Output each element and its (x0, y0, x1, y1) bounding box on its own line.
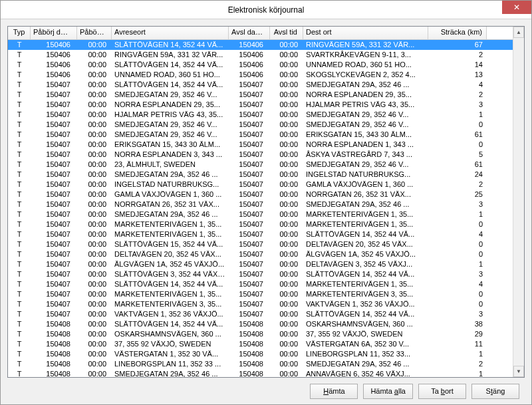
cell-pt: 00:00 (77, 269, 112, 279)
cell-str: 1 (428, 369, 487, 377)
cell-typ: T (8, 299, 31, 309)
cell-str: 0 (428, 249, 487, 259)
table-row[interactable]: T15040700:00NORRA ESPLANADEN 3, 343 ...1… (8, 150, 513, 160)
cell-pd: 150407 (31, 110, 77, 120)
table-row[interactable]: T15040800:00VÄSTERGATAN 1, 352 30 VÄ...1… (8, 349, 513, 359)
cell-pt: 00:00 (77, 249, 112, 259)
cell-avr: MARKETENTERIVÄGEN 1, 35... (112, 219, 229, 229)
table-row[interactable]: T15040600:00UNNAMED ROAD, 360 51 HO...15… (8, 70, 513, 80)
cell-at: 00:00 (270, 140, 303, 150)
cell-pd: 150406 (31, 50, 77, 60)
cell-typ: T (8, 80, 31, 90)
table-row[interactable]: T15040600:00SLÄTTÖVÄGEN 14, 352 44 VÄ...… (8, 60, 513, 70)
table-row[interactable]: T15040700:00NORRA ESPLANADEN 29, 35...15… (8, 100, 513, 110)
cell-str: 3 (428, 200, 487, 209)
col-avsltid[interactable]: Avsl tid (270, 27, 303, 39)
cell-at: 00:00 (270, 160, 303, 170)
table-row[interactable]: T15040700:00MARKETENTERIVÄGEN 1, 35...15… (8, 289, 513, 299)
table-row[interactable]: T15040700:00ÄLGVÄGEN 1A, 352 45 VÄXJÖ...… (8, 259, 513, 269)
table-row[interactable]: T15040700:00SLÄTTÖVÄGEN 3, 352 44 VÄXJ..… (8, 269, 513, 279)
cell-dest: OSKARSHAMNSVÄGEN, 360 ... (303, 319, 428, 329)
cell-str: 4 (428, 229, 487, 239)
cell-str: 2 (428, 359, 487, 369)
cell-str: 2 (428, 90, 487, 100)
col-stracka[interactable]: Sträcka (km) (428, 27, 487, 39)
cell-str: 0 (428, 140, 487, 150)
col-avreseort[interactable]: Avreseort (112, 27, 229, 39)
col-typ[interactable]: Typ (8, 27, 31, 39)
table-row[interactable]: T15040800:00LINEBORGSPLAN 11, 352 33 ...… (8, 359, 513, 369)
cell-typ: T (8, 229, 31, 239)
table-row[interactable]: T15040700:00DELTAVÄGEN 20, 352 45 VÄX...… (8, 249, 513, 259)
cell-pd: 150407 (31, 170, 77, 180)
cell-ad: 150408 (229, 359, 270, 369)
hamta-alla-button[interactable]: Hämta alla (363, 384, 413, 399)
cell-pd: 150406 (31, 70, 77, 80)
cell-str: 3 (428, 269, 487, 279)
ta-bort-button[interactable]: Ta bort (418, 384, 466, 399)
table-row[interactable]: T15040700:00MARKETENTERIVÄGEN 1, 35...15… (8, 229, 513, 239)
table-row[interactable]: T15040700:0023, ÄLMHULT, SWEDEN15040700:… (8, 160, 513, 170)
cell-str: 61 (428, 130, 487, 140)
cell-pt: 00:00 (77, 289, 112, 299)
cell-pd: 150407 (31, 299, 77, 309)
table-row[interactable]: T15040700:00SLÄTTÖVÄGEN 14, 352 44 VÄ...… (8, 80, 513, 90)
table-row[interactable]: T15040700:00SLÄTTÖVÄGEN 15, 352 44 VÄ...… (8, 239, 513, 249)
col-avsldat[interactable]: Avsl datum (229, 27, 270, 39)
cell-pt: 00:00 (77, 140, 112, 150)
table-row[interactable]: T15040700:00SMEDJEGATAN 29, 352 46 V...1… (8, 120, 513, 130)
scroll-down-button[interactable]: ▼ (513, 366, 524, 377)
col-destort[interactable]: Dest ort (303, 27, 428, 39)
hamta-button[interactable]: Hämta (310, 384, 358, 399)
cell-pt: 00:00 (77, 150, 112, 160)
table-row[interactable]: T15040700:00SMEDJEGATAN 29, 352 46 V...1… (8, 90, 513, 100)
stang-button[interactable]: Stäng (471, 384, 519, 399)
cell-dest: SKOGSLYCKEVÄGEN 2, 352 4... (303, 70, 428, 80)
cell-typ: T (8, 289, 31, 299)
cell-pt: 00:00 (77, 40, 112, 50)
scroll-up-button[interactable]: ▲ (513, 27, 524, 38)
close-icon: ✕ (513, 3, 520, 12)
table-row[interactable]: T15040700:00VAKTVÄGEN 1, 352 36 VÄXJÖ...… (8, 309, 513, 319)
grid-body[interactable]: T15040600:00SLÄTTÖVÄGEN 14, 352 44 VÄ...… (8, 40, 513, 377)
data-grid[interactable]: Typ Påbörj datum Påbörj tid Avreseort Av… (8, 27, 513, 377)
table-row[interactable]: T15040700:00SMEDJEGATAN 29A, 352 46 ...1… (8, 209, 513, 219)
table-row[interactable]: T15040800:00SLÄTTÖVÄGEN 14, 352 44 VÄ...… (8, 319, 513, 329)
col-pabdat[interactable]: Påbörj datum (31, 27, 77, 39)
table-row[interactable]: T15040700:00HJALMAR PETRIS VÄG 43, 35...… (8, 110, 513, 120)
table-row[interactable]: T15040600:00RINGVÄGEN 59A, 331 32 VÄR...… (8, 50, 513, 60)
cell-typ: T (8, 249, 31, 259)
cell-dest: 37, 355 92 VÄXJÖ, SWEDEN (303, 329, 428, 339)
table-row[interactable]: T15040700:00ERIKSGATAN 15, 343 30 ÄLM...… (8, 140, 513, 150)
cell-ad: 150407 (229, 160, 270, 170)
cell-pd: 150407 (31, 289, 77, 299)
scroll-track[interactable] (513, 38, 524, 366)
cell-dest: NORRA ESPLANADEN 29, 35... (303, 90, 428, 100)
cell-ad: 150407 (229, 90, 270, 100)
cell-ad: 150407 (229, 80, 270, 90)
cell-at: 00:00 (270, 110, 303, 120)
table-row[interactable]: T15040700:00MARKETENTERIVÄGEN 3, 35...15… (8, 299, 513, 309)
cell-ad: 150407 (229, 209, 270, 219)
cell-pd: 150407 (31, 200, 77, 209)
cell-pd: 150408 (31, 339, 77, 349)
col-pabtid[interactable]: Påbörj tid (77, 27, 112, 39)
table-row[interactable]: T15040800:00OSKARSHAMNSVÄGEN, 360 ...150… (8, 329, 513, 339)
table-row[interactable]: T15040700:00INGELSTAD NATURBRUKSG...1504… (8, 180, 513, 190)
table-row[interactable]: T15040700:00SLÄTTÖVÄGEN 14, 352 44 VÄ...… (8, 279, 513, 289)
cell-pd: 150407 (31, 160, 77, 170)
table-row[interactable]: T15040600:00SLÄTTÖVÄGEN 14, 352 44 VÄ...… (8, 40, 513, 50)
table-row[interactable]: T15040700:00SMEDJEGATAN 29, 352 46 V...1… (8, 130, 513, 140)
vertical-scrollbar[interactable]: ▲ ▼ (513, 27, 524, 377)
table-row[interactable]: T15040700:00SMEDJEGATAN 29A, 352 46 ...1… (8, 170, 513, 180)
cell-pt: 00:00 (77, 130, 112, 140)
table-row[interactable]: T15040700:00NORRGATAN 26, 352 31 VÄX...1… (8, 200, 513, 209)
cell-typ: T (8, 100, 31, 110)
table-row[interactable]: T15040800:0037, 355 92 VÄXJÖ, SWEDEN1504… (8, 339, 513, 349)
table-row[interactable]: T15040700:00MARKETENTERIVÄGEN 1, 35...15… (8, 219, 513, 229)
close-button[interactable]: ✕ (502, 1, 531, 14)
table-row[interactable]: T15040700:00GAMLA VÄXJÖVÄGEN 1, 360 ...1… (8, 190, 513, 200)
table-row[interactable]: T15040800:00SMEDJEGATAN 29A, 352 46 ...1… (8, 369, 513, 377)
cell-pt: 00:00 (77, 200, 112, 209)
cell-typ: T (8, 50, 31, 60)
